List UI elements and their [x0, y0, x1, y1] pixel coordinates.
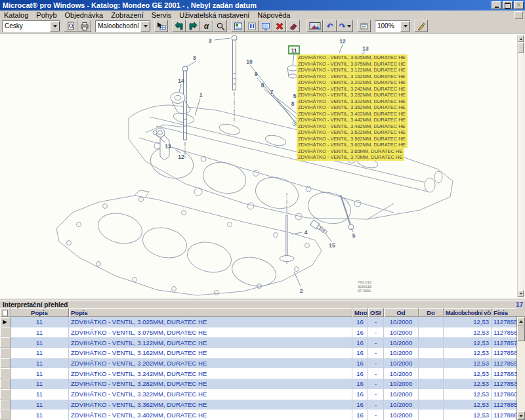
scroll-up-icon[interactable] [518, 35, 524, 42]
chevron-down-icon[interactable] [400, 21, 410, 32]
menu-uzivatelska-nastaveni[interactable]: Uživatelská nastavení [175, 11, 253, 19]
previous-illustration-button[interactable] [172, 20, 186, 32]
menu-servis[interactable]: Servis [148, 11, 176, 19]
select-all-header-cell[interactable] [0, 308, 10, 317]
row-selector-cell[interactable] [0, 410, 10, 420]
highlight-item[interactable]: ZDVIHÁTKO - VENTIL, 3.242MM, DURATEC HE [297, 86, 408, 93]
callout-5[interactable]: 5 [352, 232, 356, 239]
highlight-item[interactable]: ZDVIHÁTKO - VENTIL, 3.202MM, DURATEC HE [297, 79, 408, 86]
minimize-button[interactable] [492, 1, 501, 9]
undo-button[interactable]: ↶ [323, 20, 337, 32]
highlight-item[interactable]: ZDVIHÁTKO - VENTIL, 3.602MM, DURATEC HE [297, 142, 408, 148]
print-preview-button[interactable] [64, 20, 77, 32]
column-header-3[interactable]: OSI [368, 308, 384, 317]
callout-12[interactable]: 12 [339, 38, 346, 45]
callout-14[interactable]: 14 [178, 77, 184, 84]
highlight-item[interactable]: ZDVIHÁTKO - VENTIL, 3.70MM, DURATEC HE [297, 154, 404, 161]
scroll-up-icon[interactable] [517, 317, 525, 326]
scrollbar-thumb[interactable] [517, 326, 525, 341]
scroll-down-icon[interactable] [517, 411, 525, 420]
delete-button[interactable] [272, 20, 286, 32]
row-selector-cell[interactable]: ▶ [0, 317, 10, 327]
callout-13[interactable]: 13 [362, 45, 369, 52]
highlight-item[interactable]: ZDVIHÁTKO - VENTIL, 3.322MM, DURATEC HE [297, 98, 408, 105]
small-window-button[interactable] [357, 20, 371, 32]
row-selector-cell[interactable] [0, 327, 10, 338]
callout-3[interactable]: 3 [193, 54, 196, 61]
highlight-item[interactable]: ZDVIHÁTKO - VENTIL, 3.362MM, DURATEC HE [297, 104, 408, 111]
column-header-5[interactable]: Do [419, 308, 444, 317]
callout-5[interactable]: 5 [293, 93, 297, 99]
interpretation-columns-button[interactable] [245, 20, 259, 32]
zoom-button[interactable] [213, 20, 227, 32]
callout-7[interactable]: 7 [270, 89, 274, 95]
callout-3[interactable]: 3 [209, 37, 212, 44]
table-row[interactable]: ▶11ZDVIHÁTKO - VENTIL, 3.025MM, DURATEC … [0, 317, 516, 327]
table-row[interactable]: 11ZDVIHÁTKO - VENTIL, 3.075MM, DURATEC H… [0, 327, 516, 338]
highlight-item[interactable]: ZDVIHÁTKO - VENTIL, 3.482MM, DURATEC HE [297, 123, 408, 130]
maximize-button[interactable] [503, 1, 513, 9]
row-selector-cell[interactable] [0, 368, 10, 379]
highlight-item[interactable]: ZDVIHÁTKO - VENTIL, 3.162MM, DURATEC HE [297, 74, 408, 80]
table-row[interactable]: 11ZDVIHÁTKO - VENTIL, 3.282MM, DURATEC H… [0, 379, 516, 389]
callout-9[interactable]: 9 [255, 71, 258, 77]
image-frame-button[interactable] [231, 20, 245, 32]
scrollbar-thumb[interactable] [518, 43, 524, 53]
select-pointer-button[interactable] [154, 20, 168, 32]
highlight-item[interactable]: ZDVIHÁTKO - VENTIL, 3.075MM, DURATEC HE [297, 61, 408, 68]
table-row[interactable]: 11ZDVIHÁTKO - VENTIL, 3.322MM, DURATEC H… [0, 389, 516, 400]
illustration-area[interactable]: 3314110987131212135841552 11 ZDVIHÁTKO -… [0, 33, 525, 299]
highlight-item[interactable]: ZDVIHÁTKO - VENTIL, 3.442MM, DURATEC HE [297, 117, 408, 123]
row-selector-cell[interactable] [0, 358, 10, 369]
mdi-restore-button[interactable] [514, 11, 523, 19]
chevron-down-icon[interactable] [50, 21, 60, 32]
row-selector-cell[interactable] [0, 389, 10, 400]
scroll-down-icon[interactable] [518, 290, 524, 297]
row-selector-cell[interactable] [0, 348, 10, 358]
alpha-index-button[interactable]: α [200, 20, 213, 32]
column-header-0[interactable]: Popis [10, 308, 69, 317]
table-row[interactable]: 11ZDVIHÁTKO - VENTIL, 3.242MM, DURATEC H… [0, 368, 516, 379]
zoom-select[interactable]: 100% [375, 20, 410, 32]
redo-button[interactable]: ↷ [337, 20, 353, 32]
table-row[interactable]: 11ZDVIHÁTKO - VENTIL, 3.362MM, DURATEC H… [0, 400, 516, 410]
next-illustration-button[interactable] [186, 20, 200, 32]
column-header-7[interactable]: Finis [492, 308, 516, 317]
table-row[interactable]: 11ZDVIHÁTKO - VENTIL, 3.202MM, DURATEC H… [0, 358, 516, 369]
highlight-item[interactable]: ZDVIHÁTKO - VENTIL, 3.025MM, DURATEC HE [297, 54, 408, 61]
table-row[interactable]: 11ZDVIHÁTKO - VENTIL, 3.162MM, DURATEC H… [0, 348, 516, 358]
callout-4[interactable]: 4 [304, 229, 308, 236]
wand-button[interactable] [414, 20, 428, 32]
callout-8[interactable]: 8 [261, 82, 264, 89]
highlight-item[interactable]: ZDVIHÁTKO - VENTIL, 3.522MM, DURATEC HE [297, 129, 408, 136]
menu-katalog[interactable]: Katalog [0, 11, 32, 19]
language-select[interactable]: Cesky [2, 20, 60, 32]
highlight-item[interactable]: ZDVIHÁTKO - VENTIL, 3.282MM, DURATEC HE [297, 92, 408, 98]
highlight-item[interactable]: ZDVIHÁTKO - VENTIL, 3.65MM, DURATEC HE [297, 148, 404, 155]
highlight-item[interactable]: ZDVIHÁTKO - VENTIL, 3.122MM, DURATEC HE [297, 67, 408, 74]
chevron-down-icon[interactable] [140, 21, 150, 32]
callout-12[interactable]: 12 [178, 154, 184, 160]
picture-mode-button[interactable] [306, 20, 323, 32]
print-button[interactable] [77, 20, 91, 32]
column-header-4[interactable]: Od [384, 308, 419, 317]
close-button[interactable]: × [514, 1, 524, 9]
table-scrollbar[interactable] [516, 317, 525, 420]
column-header-2[interactable]: Mno [352, 308, 368, 317]
row-selector-cell[interactable] [0, 400, 10, 410]
price-level-select[interactable]: Maloobchodní v [95, 20, 150, 32]
highlight-item[interactable]: ZDVIHÁTKO - VENTIL, 3.562MM, DURATEC HE [297, 136, 408, 142]
row-selector-cell[interactable] [0, 379, 10, 389]
callout-2[interactable]: 2 [300, 287, 303, 294]
callout-8[interactable]: 8 [291, 100, 295, 107]
callout-10[interactable]: 10 [246, 58, 253, 65]
column-header-6[interactable]: Maloobchodní včet [444, 308, 492, 317]
highlight-item[interactable]: ZDVIHÁTKO - VENTIL, 3.402MM, DURATEC HE [297, 111, 408, 117]
illustration-scrollbar[interactable] [517, 35, 524, 297]
row-selector-cell[interactable] [0, 337, 10, 348]
redo-dropdown-icon[interactable] [347, 25, 351, 28]
callout-1[interactable]: 1 [200, 92, 203, 98]
menu-pohyb[interactable]: Pohyb [32, 11, 60, 19]
eraser-button[interactable] [286, 20, 300, 32]
table-row[interactable]: 11ZDVIHÁTKO - VENTIL, 3.122MM, DURATEC H… [0, 337, 516, 348]
